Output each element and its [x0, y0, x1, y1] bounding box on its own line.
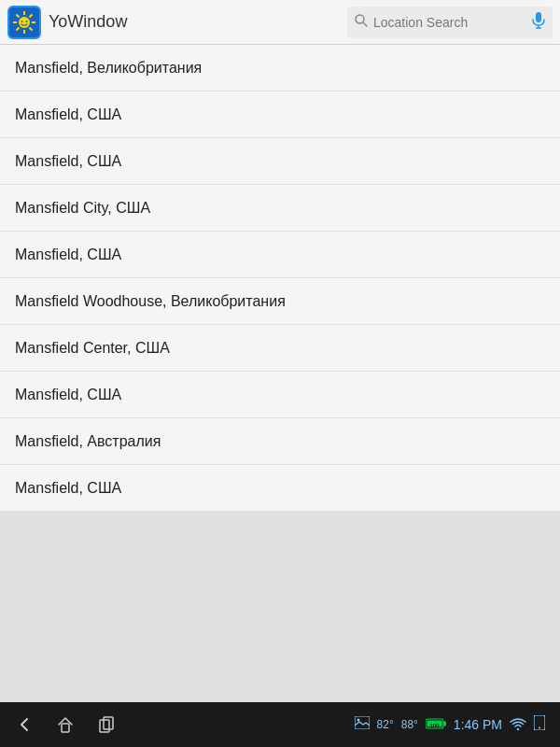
list-item[interactable]: Mansfield, США [0, 465, 560, 512]
nav-buttons [15, 715, 116, 734]
svg-point-11 [26, 21, 28, 22]
list-item[interactable]: Mansfield, США [0, 138, 560, 185]
content-area: Mansfield, ВеликобританияMansfield, СШАM… [0, 45, 560, 747]
mic-icon[interactable] [532, 12, 545, 33]
svg-point-10 [21, 21, 23, 22]
svg-point-26 [517, 727, 519, 729]
location-search-input[interactable] [373, 15, 526, 30]
system-nav-bar: 82° 88° 100 1:46 PM [0, 702, 560, 747]
list-item-text: Mansfield, Великобритания [15, 60, 202, 77]
svg-point-28 [539, 727, 540, 729]
svg-rect-18 [100, 720, 109, 732]
search-container[interactable] [347, 7, 553, 38]
gallery-icon [355, 716, 370, 733]
app-title: YoWindow [49, 12, 347, 32]
list-item[interactable]: Mansfield City, США [0, 185, 560, 232]
home-button[interactable] [56, 715, 75, 734]
list-item[interactable]: Mansfield Center, США [0, 325, 560, 372]
wifi-icon [510, 717, 526, 733]
tablet-icon [534, 715, 545, 734]
list-item-text: Mansfield, США [15, 480, 121, 497]
list-item-text: Mansfield, США [15, 153, 121, 170]
list-item[interactable]: Mansfield, Австралия [0, 418, 560, 465]
app-icon [7, 6, 41, 39]
search-icon [355, 14, 368, 30]
list-item-text: Mansfield City, США [15, 200, 150, 217]
list-item-text: Mansfield, США [15, 247, 121, 263]
temp2-display: 88° [401, 718, 418, 731]
list-item-text: Mansfield, США [15, 106, 121, 123]
svg-rect-20 [355, 716, 370, 729]
list-item[interactable]: Mansfield, США [0, 232, 560, 278]
status-area: 82° 88° 100 1:46 PM [355, 715, 545, 734]
svg-text:100: 100 [429, 723, 440, 728]
list-item[interactable]: Mansfield, США [0, 92, 560, 138]
svg-rect-24 [443, 722, 446, 726]
svg-line-13 [363, 22, 367, 26]
list-item-text: Mansfield Woodhouse, Великобритания [15, 293, 286, 310]
list-item-text: Mansfield, США [15, 387, 121, 403]
svg-rect-14 [536, 12, 541, 22]
back-button[interactable] [15, 715, 34, 734]
location-list: Mansfield, ВеликобританияMansfield, СШАM… [0, 45, 560, 512]
temp1-display: 82° [377, 718, 394, 731]
svg-point-1 [19, 17, 30, 28]
list-item-text: Mansfield Center, США [15, 340, 170, 357]
recents-button[interactable] [97, 715, 116, 734]
app-bar: YoWindow [0, 0, 560, 45]
time-display: 1:46 PM [454, 717, 502, 732]
svg-point-21 [357, 719, 359, 722]
battery-icon: 100 [426, 717, 446, 732]
list-item-text: Mansfield, Австралия [15, 433, 161, 450]
list-item[interactable]: Mansfield, Великобритания [0, 45, 560, 92]
list-item[interactable]: Mansfield, США [0, 372, 560, 418]
svg-rect-17 [62, 724, 69, 732]
list-item[interactable]: Mansfield Woodhouse, Великобритания [0, 278, 560, 325]
svg-rect-19 [104, 717, 113, 729]
